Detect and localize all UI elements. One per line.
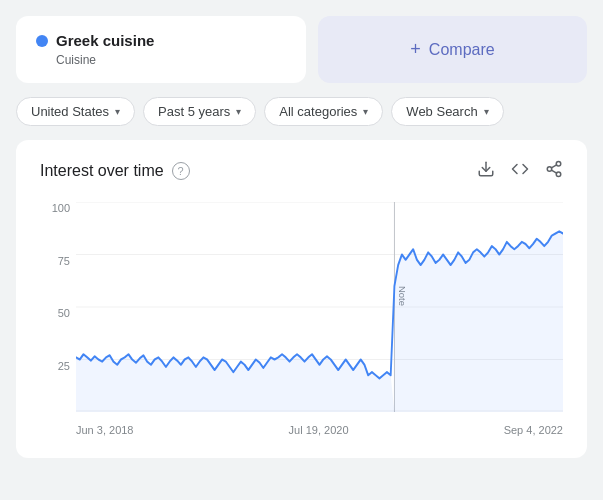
compare-plus-icon: + xyxy=(410,39,421,60)
filter-time[interactable]: Past 5 years ▾ xyxy=(143,97,256,126)
filter-region-label: United States xyxy=(31,104,109,119)
filter-time-label: Past 5 years xyxy=(158,104,230,119)
chart-title: Interest over time xyxy=(40,162,164,180)
y-label-75: 75 xyxy=(58,255,70,267)
svg-line-4 xyxy=(551,170,556,173)
x-label-start: Jun 3, 2018 xyxy=(76,424,134,436)
chevron-down-icon: ▾ xyxy=(115,106,120,117)
chart-actions xyxy=(477,160,563,182)
filter-type-label: Web Search xyxy=(406,104,477,119)
term-name: Greek cuisine xyxy=(56,32,154,49)
filter-region[interactable]: United States ▾ xyxy=(16,97,135,126)
compare-card[interactable]: + Compare xyxy=(318,16,587,83)
x-label-mid: Jul 19, 2020 xyxy=(289,424,349,436)
embed-icon[interactable] xyxy=(511,160,529,182)
y-axis: 100 75 50 25 xyxy=(40,202,76,412)
filter-category-label: All categories xyxy=(279,104,357,119)
chevron-down-icon: ▾ xyxy=(236,106,241,117)
term-dot xyxy=(36,35,48,47)
svg-marker-13 xyxy=(394,231,563,412)
chevron-down-icon: ▾ xyxy=(363,106,368,117)
search-term-card: Greek cuisine Cuisine xyxy=(16,16,306,83)
top-row: Greek cuisine Cuisine + Compare xyxy=(16,16,587,83)
term-category: Cuisine xyxy=(56,53,286,67)
filter-category[interactable]: All categories ▾ xyxy=(264,97,383,126)
chevron-down-icon: ▾ xyxy=(484,106,489,117)
filters-row: United States ▾ Past 5 years ▾ All categ… xyxy=(16,97,587,126)
chart-title-group: Interest over time ? xyxy=(40,162,190,180)
chart-svg: Note xyxy=(76,202,563,412)
chart-area: 100 75 50 25 Note xyxy=(40,202,563,442)
chart-card: Interest over time ? xyxy=(16,140,587,458)
download-icon[interactable] xyxy=(477,160,495,182)
x-axis: Jun 3, 2018 Jul 19, 2020 Sep 4, 2022 xyxy=(76,418,563,442)
filter-type[interactable]: Web Search ▾ xyxy=(391,97,503,126)
y-label-100: 100 xyxy=(52,202,70,214)
x-label-end: Sep 4, 2022 xyxy=(504,424,563,436)
compare-label: Compare xyxy=(429,41,495,59)
svg-marker-14 xyxy=(76,354,394,412)
term-header: Greek cuisine xyxy=(36,32,286,49)
help-icon[interactable]: ? xyxy=(172,162,190,180)
chart-inner: Note xyxy=(76,202,563,412)
svg-line-5 xyxy=(551,165,556,168)
y-label-25: 25 xyxy=(58,360,70,372)
chart-header: Interest over time ? xyxy=(40,160,563,182)
y-label-50: 50 xyxy=(58,307,70,319)
share-icon[interactable] xyxy=(545,160,563,182)
